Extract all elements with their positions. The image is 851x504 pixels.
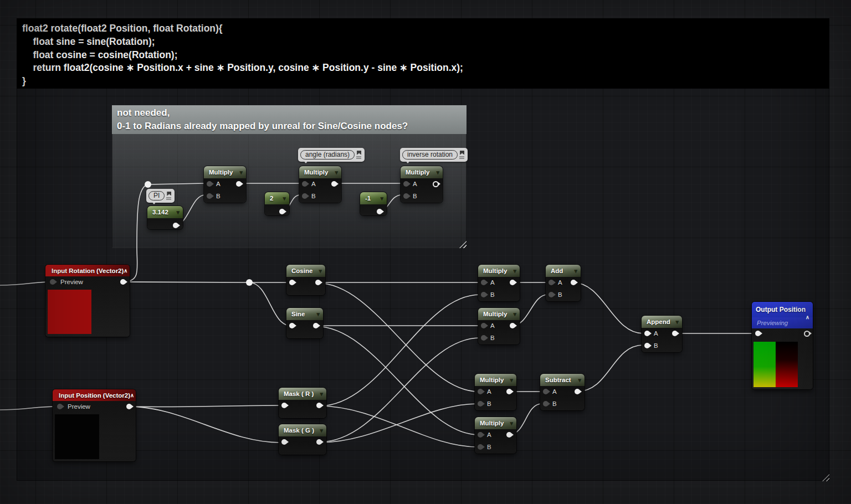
node-const-3142[interactable]: 3.142▾ xyxy=(147,206,183,229)
multiply-siny-input-a-pin[interactable] xyxy=(481,323,486,328)
mask-g-output-pin[interactable] xyxy=(316,439,322,445)
node-append[interactable]: Append▾AB xyxy=(642,316,682,352)
add-output-pin[interactable] xyxy=(571,280,576,285)
input-position-preview-pin[interactable] xyxy=(57,404,63,409)
reroute-node-1[interactable] xyxy=(145,181,151,188)
multiply-cosy-input-a-pin[interactable] xyxy=(478,389,483,394)
node-mask-g[interactable]: Mask ( G )▾ xyxy=(279,424,326,455)
tooltip-inverse[interactable]: inverse rotation xyxy=(400,148,468,162)
multiply-2-output-pin[interactable] xyxy=(331,181,337,187)
collapse-icon[interactable]: ∧ xyxy=(124,268,131,274)
wire-reroute-sine[interactable] xyxy=(249,282,290,326)
node-multiply-cosx-header[interactable]: Multiply▾ xyxy=(478,265,520,277)
wire-offscreen-rotation[interactable] xyxy=(0,282,50,285)
const-3142-output-pin[interactable] xyxy=(173,223,178,228)
node-input-rotation-header[interactable]: Input Rotation (Vector2) ∧ xyxy=(45,265,130,276)
output-position-output-pin[interactable] xyxy=(804,331,810,337)
wire-dot-mult1a[interactable] xyxy=(148,183,205,184)
wire-position-maskg[interactable] xyxy=(128,407,280,443)
node-const-neg1-header[interactable]: -1▾ xyxy=(360,192,387,204)
multiply-cosx-input-b-pin[interactable] xyxy=(481,292,486,297)
wire-maskr-multcosxb[interactable] xyxy=(320,295,480,406)
node-sine-header[interactable]: Sine▾ xyxy=(286,308,323,320)
node-cosine-header[interactable]: Cosine▾ xyxy=(286,265,325,277)
multiply-3-input-b-pin[interactable] xyxy=(403,193,409,199)
input-position-output-pin[interactable] xyxy=(126,404,132,409)
sine-input-pin[interactable] xyxy=(289,323,295,328)
node-input-position-header[interactable]: Input Position (Vector2) ∧ xyxy=(53,389,136,401)
add-input-a-pin[interactable] xyxy=(548,280,554,285)
mask-r-output-pin[interactable] xyxy=(316,403,322,408)
multiply-1-output-pin[interactable] xyxy=(236,181,242,187)
node-multiply-sinx[interactable]: Multiply▾AB xyxy=(475,417,516,454)
node-multiply-1[interactable]: Multiply▾AB xyxy=(204,166,246,203)
input-rotation-preview-pin[interactable] xyxy=(50,279,55,285)
graph-canvas[interactable]: float2 rotate(float2 Position, float Rot… xyxy=(0,0,851,504)
node-mask-r[interactable]: Mask ( R )▾ xyxy=(279,388,326,418)
wire-rotation-reroute[interactable] xyxy=(125,282,249,282)
node-const-3142-header[interactable]: 3.142▾ xyxy=(147,206,183,218)
multiply-siny-output-pin[interactable] xyxy=(510,323,515,328)
subtract-input-a-pin[interactable] xyxy=(543,389,548,394)
multiply-cosx-input-a-pin[interactable] xyxy=(481,280,486,285)
node-multiply-siny[interactable]: Multiply▾AB xyxy=(478,308,520,344)
node-multiply-sinx-header[interactable]: Multiply▾ xyxy=(475,417,516,429)
wire-sine-multsinx[interactable] xyxy=(315,326,479,435)
node-multiply-1-header[interactable]: Multiply▾ xyxy=(204,166,246,178)
multiply-1-input-b-pin[interactable] xyxy=(207,193,212,199)
subtract-input-b-pin[interactable] xyxy=(543,401,548,407)
cosine-output-pin[interactable] xyxy=(315,280,321,285)
node-mask-g-header[interactable]: Mask ( G )▾ xyxy=(279,424,326,436)
node-multiply-3-header[interactable]: Multiply▾ xyxy=(401,166,443,178)
output-position-input-pin[interactable] xyxy=(755,331,761,336)
reroute-node-0[interactable] xyxy=(246,279,253,286)
node-subtract[interactable]: Subtract▾AB xyxy=(540,374,585,410)
multiply-3-output-pin[interactable] xyxy=(433,181,439,187)
node-multiply-2-header[interactable]: Multiply▾ xyxy=(299,166,341,178)
wire-offscreen-position[interactable] xyxy=(0,407,57,410)
wire-subtract-append[interactable] xyxy=(577,345,643,392)
add-input-b-pin[interactable] xyxy=(548,292,554,297)
const-neg1-output-pin[interactable] xyxy=(377,209,382,214)
tooltip-angle[interactable]: angle (radians) xyxy=(298,148,365,162)
node-mask-r-header[interactable]: Mask ( R )▾ xyxy=(279,388,326,400)
node-input-position[interactable]: Input Position (Vector2) ∧ Preview xyxy=(53,389,136,461)
multiply-2-input-a-pin[interactable] xyxy=(302,181,307,187)
node-multiply-2[interactable]: Multiply▾AB xyxy=(299,166,341,203)
node-multiply-cosx[interactable]: Multiply▾AB xyxy=(478,265,520,301)
multiply-cosx-output-pin[interactable] xyxy=(510,280,515,285)
node-multiply-siny-header[interactable]: Multiply▾ xyxy=(478,308,520,320)
node-output-position-header[interactable]: Output Position xyxy=(752,302,813,317)
multiply-sinx-input-a-pin[interactable] xyxy=(478,432,483,438)
node-const-2[interactable]: 2▾ xyxy=(265,192,289,215)
multiply-cosy-input-b-pin[interactable] xyxy=(478,401,483,407)
node-multiply-cosy[interactable]: Multiply▾AB xyxy=(475,374,516,410)
subtract-output-pin[interactable] xyxy=(575,389,580,394)
wire-position-maskr[interactable] xyxy=(128,405,280,407)
input-rotation-output-pin[interactable] xyxy=(120,279,126,285)
multiply-3-input-a-pin[interactable] xyxy=(403,181,409,187)
mask-g-input-pin[interactable] xyxy=(281,439,287,445)
tooltip-pi[interactable]: PI xyxy=(146,189,175,203)
mask-r-input-pin[interactable] xyxy=(281,403,287,408)
node-sine[interactable]: Sine▾ xyxy=(286,308,323,338)
wire-add-append[interactable] xyxy=(573,282,643,333)
wire-cosine-multcosy[interactable] xyxy=(317,283,479,392)
multiply-sinx-output-pin[interactable] xyxy=(506,432,512,438)
multiply-cosy-output-pin[interactable] xyxy=(506,389,512,394)
const-2-output-pin[interactable] xyxy=(279,209,285,214)
node-multiply-cosy-header[interactable]: Multiply▾ xyxy=(475,374,516,386)
node-const-2-header[interactable]: 2▾ xyxy=(265,192,289,204)
node-subtract-header[interactable]: Subtract▾ xyxy=(540,374,585,386)
append-input-b-pin[interactable] xyxy=(644,343,650,348)
node-append-header[interactable]: Append▾ xyxy=(642,316,682,328)
node-add-header[interactable]: Add▾ xyxy=(546,265,581,277)
node-add[interactable]: Add▾AB xyxy=(546,265,581,301)
node-input-rotation[interactable]: Input Rotation (Vector2) ∧ Preview xyxy=(45,265,130,337)
multiply-2-input-b-pin[interactable] xyxy=(302,193,307,199)
node-output-position[interactable]: Output Position Previewing ∧ xyxy=(752,302,813,389)
multiply-1-input-a-pin[interactable] xyxy=(207,181,212,187)
multiply-siny-input-b-pin[interactable] xyxy=(481,335,486,341)
collapse-icon[interactable]: ∧ xyxy=(130,392,138,398)
multiply-sinx-input-b-pin[interactable] xyxy=(478,444,483,450)
